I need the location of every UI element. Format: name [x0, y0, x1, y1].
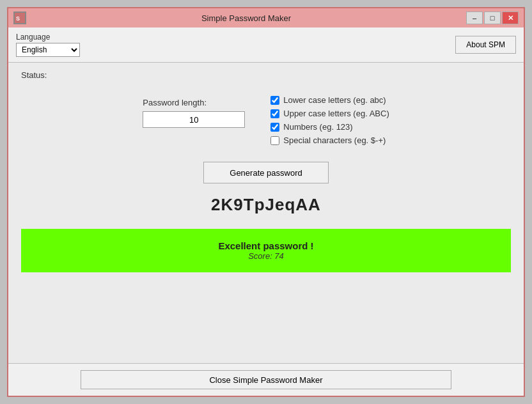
- lowercase-label: Lower case letters (eg. abc): [283, 95, 386, 105]
- uppercase-checkbox-row: Upper case letters (eg. ABC): [270, 109, 389, 118]
- toolbar: Language English French German Spanish A…: [8, 27, 524, 63]
- lowercase-checkbox[interactable]: [270, 96, 279, 105]
- titlebar: S Simple Password Maker – □ ✕: [8, 8, 524, 27]
- main-window: S Simple Password Maker – □ ✕ Language E…: [7, 7, 525, 397]
- language-section: Language English French German Spanish: [16, 33, 80, 57]
- close-window-button[interactable]: ✕: [502, 12, 519, 24]
- strength-text: Excellent password !: [34, 240, 498, 251]
- window-controls: – □ ✕: [466, 12, 519, 24]
- special-checkbox[interactable]: [270, 136, 279, 145]
- window-title: Simple Password Maker: [26, 13, 466, 23]
- content-area: Status: Password length: Lower case lett…: [8, 63, 524, 363]
- about-button[interactable]: About SPM: [455, 36, 516, 54]
- language-select[interactable]: English French German Spanish: [16, 43, 80, 57]
- left-section: Password length:: [143, 98, 245, 128]
- status-bar: Status:: [21, 70, 511, 80]
- lowercase-checkbox-row: Lower case letters (eg. abc): [270, 95, 389, 105]
- password-length-input[interactable]: [143, 111, 245, 128]
- footer: Close Simple Password Maker: [8, 363, 524, 396]
- checkboxes-section: Lower case letters (eg. abc) Upper case …: [270, 95, 389, 145]
- status-label: Status:: [21, 70, 47, 80]
- language-label: Language: [16, 33, 80, 42]
- svg-text:S: S: [16, 15, 20, 22]
- minimize-button[interactable]: –: [466, 12, 483, 24]
- special-label: Special characters (eg. $-+): [283, 136, 386, 145]
- score-text: Score: 74: [34, 251, 498, 261]
- app-icon: S: [13, 12, 26, 24]
- special-checkbox-row: Special characters (eg. $-+): [270, 136, 389, 145]
- password-length-label: Password length:: [143, 98, 207, 107]
- maximize-button[interactable]: □: [484, 12, 501, 24]
- uppercase-label: Upper case letters (eg. ABC): [283, 109, 389, 118]
- numbers-checkbox[interactable]: [270, 123, 279, 132]
- uppercase-checkbox[interactable]: [270, 109, 279, 118]
- close-app-button[interactable]: Close Simple Password Maker: [81, 370, 451, 389]
- main-area: Password length: Lower case letters (eg.…: [21, 91, 511, 145]
- strength-bar: Excellent password ! Score: 74: [21, 229, 511, 272]
- generated-password: 2K9TpJeqAA: [211, 195, 321, 215]
- generate-button[interactable]: Generate password: [203, 162, 328, 183]
- numbers-checkbox-row: Numbers (eg. 123): [270, 122, 389, 132]
- numbers-label: Numbers (eg. 123): [283, 122, 352, 132]
